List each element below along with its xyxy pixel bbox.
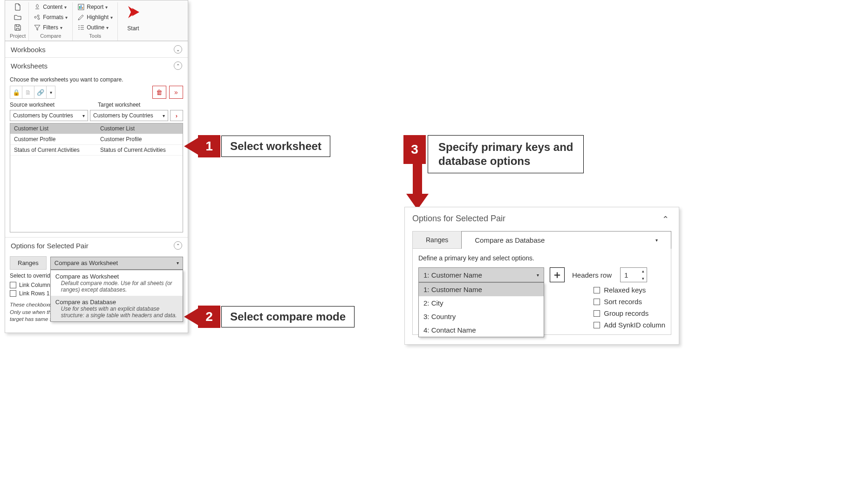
compare-mode-combo-right[interactable]: Compare as Database ▾	[461, 231, 671, 249]
svg-point-0	[34, 16, 36, 18]
link-columns-checkbox[interactable]	[10, 282, 16, 288]
filter-icon	[34, 24, 41, 31]
highlight-menu-button[interactable]: Highlight▾	[75, 13, 115, 22]
options-pair-panel-right: Options for Selected Pair ⌃ Ranges Compa…	[404, 207, 679, 345]
target-worksheet-combo[interactable]: Customers by Countries▾	[90, 110, 168, 121]
caret-down-icon: ▾	[65, 15, 68, 20]
add-key-button[interactable]: ＋	[550, 267, 565, 282]
ranges-tab-right[interactable]: Ranges	[412, 231, 461, 249]
primary-key-dropdown: 1: Customer Name 2: City 3: Country 4: C…	[418, 282, 544, 337]
caret-down-icon: ▾	[177, 260, 179, 266]
ribbon-group-project: Project	[7, 2, 29, 41]
formats-menu-button[interactable]: Formats▾	[32, 13, 69, 22]
report-menu-button[interactable]: Report▾	[75, 2, 115, 12]
callout-label: Select compare mode	[221, 306, 355, 327]
worksheet-pairs-table: Customer List Customer List Customer Pro…	[10, 123, 183, 232]
relaxed-keys-row: Relaxed keys	[594, 286, 665, 294]
save-project-button[interactable]	[12, 23, 23, 32]
table-row[interactable]: Customer Profile Customer Profile	[10, 134, 183, 145]
table-row[interactable]: Status of Current Activities Status of C…	[10, 145, 183, 156]
filters-menu-button[interactable]: Filters▾	[32, 23, 69, 32]
callout-number: 3	[403, 135, 426, 164]
add-pair-button[interactable]: ›	[170, 110, 183, 121]
spin-down-button[interactable]: ▾	[639, 275, 647, 282]
compare-mode-combo[interactable]: Compare as Worksheet ▾	[50, 257, 183, 270]
lock-icon: 🔒	[13, 89, 20, 96]
arrow-down-icon	[406, 164, 430, 211]
content-menu-button[interactable]: Content▾	[32, 2, 69, 12]
worksheets-help-text: Choose the worksheets you want to compar…	[10, 76, 183, 83]
svg-rect-6	[82, 7, 83, 9]
formats-icon	[34, 14, 41, 21]
spin-up-button[interactable]: ▴	[639, 267, 647, 275]
options-pair-collapse-button[interactable]: ⌃	[174, 241, 182, 250]
outline-icon	[77, 24, 85, 31]
start-icon	[125, 4, 141, 23]
open-folder-icon	[14, 14, 21, 21]
link-rows-checkbox[interactable]	[10, 290, 16, 297]
sort-records-row: Sort records	[594, 298, 665, 306]
caret-down-icon: ▾	[105, 5, 108, 10]
content-icon	[34, 3, 41, 11]
group-records-checkbox[interactable]	[594, 310, 600, 317]
caret-down-icon: ▾	[106, 25, 109, 30]
primary-key-combo[interactable]: 1: Customer Name ▾	[418, 267, 544, 282]
callout-number: 2	[198, 306, 220, 328]
workbooks-expand-button[interactable]: ⌄	[174, 45, 182, 54]
svg-rect-4	[79, 6, 80, 9]
delete-pair-button[interactable]: 🗑	[152, 86, 166, 99]
new-project-button[interactable]	[12, 2, 23, 12]
chevron-right-icon: ›	[176, 112, 177, 119]
collapse-all-button[interactable]: »	[169, 86, 183, 99]
ribbon: Project Content▾ Formats▾ Filters▾ Compa…	[5, 0, 188, 41]
open-project-button[interactable]	[12, 13, 23, 22]
outline-menu-button[interactable]: Outline▾	[75, 23, 115, 32]
worksheets-section: Worksheets ⌃ Choose the worksheets you w…	[5, 57, 188, 237]
relaxed-keys-checkbox[interactable]	[594, 287, 600, 293]
sort-records-checkbox[interactable]	[594, 299, 600, 305]
headers-row-spinner[interactable]: 1 ▴ ▾	[620, 267, 647, 282]
table-row[interactable]: Customer List Customer List	[10, 123, 183, 134]
primary-key-option[interactable]: 2: City	[419, 296, 544, 310]
caret-down-icon: ▾	[655, 238, 658, 243]
svg-point-1	[37, 15, 39, 17]
compare-mode-option-database[interactable]: Compare as Database Use for sheets with …	[51, 296, 183, 321]
target-worksheet-label: Target worksheet	[98, 102, 183, 108]
trash-icon: 🗑	[156, 89, 163, 96]
left-app-panel: Project Content▾ Formats▾ Filters▾ Compa…	[5, 0, 188, 333]
compare-mode-option-worksheet[interactable]: Compare as Worksheet Default compare mod…	[51, 270, 183, 296]
ranges-tab[interactable]: Ranges	[10, 256, 47, 270]
ribbon-group-label-project: Project	[10, 33, 26, 39]
lock-button[interactable]: 🔒	[10, 86, 22, 98]
callout-2: 2 Select compare mode	[184, 306, 355, 328]
caret-down-icon: ▾	[60, 25, 62, 30]
report-icon	[77, 3, 85, 11]
caret-down-icon: ▾	[82, 113, 85, 118]
workbooks-section: Workbooks ⌄	[5, 41, 188, 57]
tool-dropdown-button[interactable]: ▾	[47, 86, 55, 98]
primary-key-option[interactable]: 3: Country	[419, 310, 544, 323]
caret-down-icon: ▾	[537, 272, 539, 278]
ribbon-group-tools: Report▾ Highlight▾ Outline▾ Tools	[73, 2, 118, 41]
ribbon-group-label-tools: Tools	[89, 33, 101, 39]
compare-mode-dropdown: Compare as Worksheet Default compare mod…	[50, 270, 183, 322]
source-worksheet-combo[interactable]: Customers by Countries▾	[10, 110, 88, 121]
sheet-button[interactable]: 🗎	[22, 86, 34, 98]
double-chevron-right-icon: »	[174, 89, 178, 96]
link-button[interactable]: 🔗	[34, 86, 47, 98]
ribbon-group-compare: Content▾ Formats▾ Filters▾ Compare	[29, 2, 73, 41]
save-icon	[14, 24, 21, 31]
caret-down-icon: ▾	[163, 113, 165, 118]
caret-down-icon: ▾	[50, 90, 52, 95]
options-pair-collapse-button-right[interactable]: ⌃	[662, 214, 671, 224]
svg-rect-7	[413, 164, 422, 196]
add-synkid-checkbox[interactable]	[594, 322, 600, 328]
callout-number: 1	[198, 135, 220, 157]
worksheets-collapse-button[interactable]: ⌃	[174, 61, 182, 70]
primary-key-option[interactable]: 4: Contact Name	[419, 323, 544, 337]
options-pair-title-right: Options for Selected Pair	[412, 214, 505, 224]
worksheets-toolbar: 🔒 🗎 🔗 ▾ 🗑 »	[10, 86, 183, 99]
start-button[interactable]: Start	[118, 2, 149, 41]
primary-key-option[interactable]: 1: Customer Name	[419, 283, 544, 296]
new-file-icon	[14, 3, 21, 11]
